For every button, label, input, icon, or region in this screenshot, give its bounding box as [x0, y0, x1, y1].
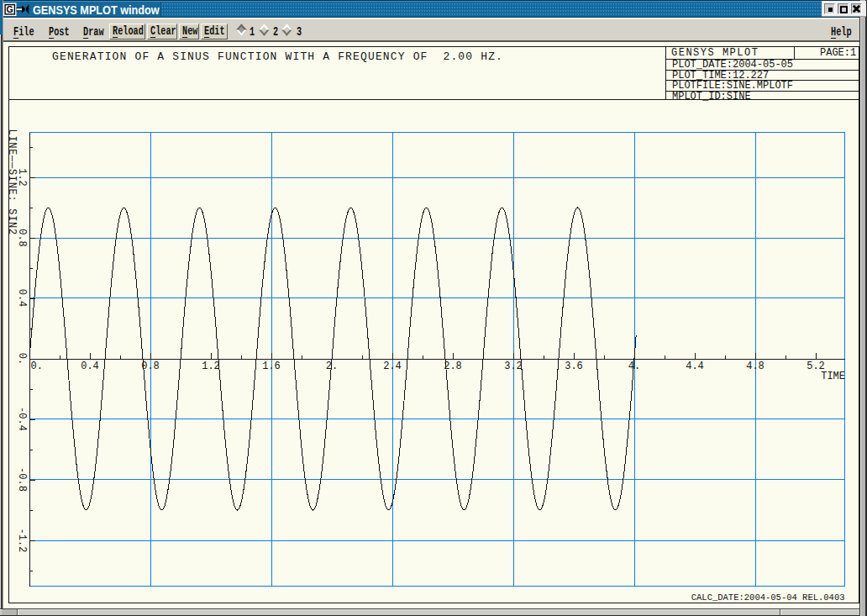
svg-text:G: G: [7, 4, 13, 14]
